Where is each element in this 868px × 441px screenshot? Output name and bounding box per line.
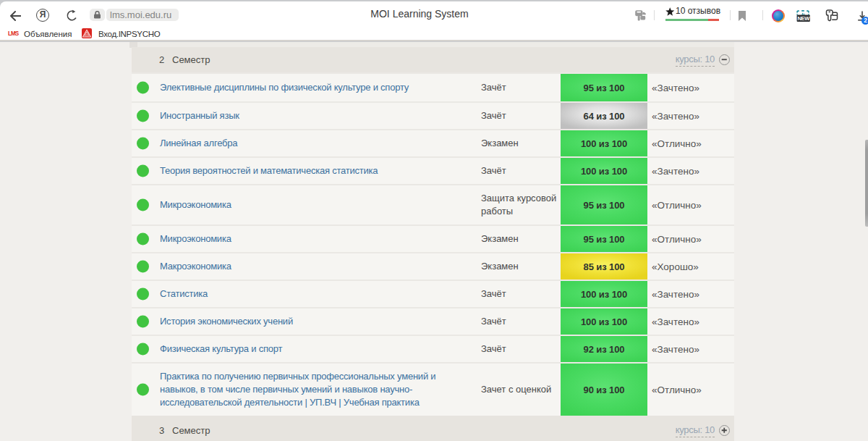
svg-text:NEW: NEW: [797, 15, 810, 22]
